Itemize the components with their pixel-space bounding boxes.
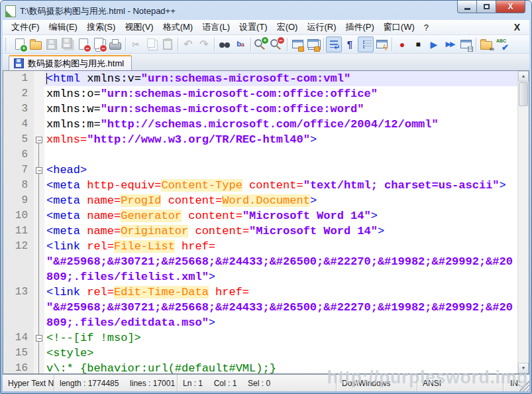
code-text[interactable]: xmlns:w="urn:schemas-microsoft-com:offic…	[44, 101, 517, 117]
macro-record-icon[interactable]: ●	[394, 36, 410, 52]
code-line[interactable]: "&#25968;&#30721;&#25668;&#24433;&#26500…	[3, 300, 517, 315]
show-indent-guide-icon[interactable]	[358, 36, 374, 52]
code-text[interactable]: 809;.files/filelist.xml">	[44, 269, 517, 285]
code-line[interactable]: 6	[3, 147, 517, 163]
open-containing-folder-icon[interactable]: ∞	[478, 36, 494, 52]
sync-horizontal-scroll-icon[interactable]	[305, 36, 321, 52]
vertical-scrollbar[interactable]: ▲ ▼	[517, 71, 529, 373]
code-line[interactable]: 13<link rel=Edit-Time-Data href=	[3, 285, 517, 300]
code-line[interactable]: 11<meta name=Originator content="Microso…	[3, 224, 517, 239]
menu-item-2[interactable]: 搜索(S)	[82, 20, 120, 34]
scroll-down-arrow[interactable]: ▼	[518, 363, 529, 373]
close-button[interactable]: X	[496, 1, 525, 13]
menu-item-10[interactable]: 窗口(W)	[379, 20, 419, 34]
code-text[interactable]: <!--[if !mso]>	[44, 330, 517, 346]
code-text[interactable]: v\:* {behavior:url(#default#VML);}	[44, 361, 517, 374]
code-line[interactable]: 4xmlns:m="http://schemas.microsoft.com/o…	[3, 117, 517, 132]
show-all-characters-icon[interactable]: ¶	[342, 36, 358, 52]
code-line[interactable]: 10<meta name=Generator content="Microsof…	[3, 208, 517, 224]
code-text[interactable]: "&#25968;&#30721;&#25668;&#24433;&#26500…	[44, 300, 517, 315]
open-file-icon[interactable]	[28, 36, 44, 52]
code-text[interactable]: <meta name=Originator content="Microsoft…	[44, 224, 517, 239]
cut-icon[interactable]: ✂	[128, 36, 144, 52]
zoom-out-icon[interactable]: −	[269, 36, 285, 52]
save-icon[interactable]	[44, 36, 60, 52]
code-line[interactable]: 809;.files/editdata.mso">	[3, 315, 517, 330]
code-text[interactable]: <meta name=ProgId content=Word.Document>	[44, 193, 517, 208]
code-view[interactable]: 1<html xmlns:v="urn:schemas-microsoft-co…	[3, 71, 517, 373]
scroll-thumb[interactable]	[519, 82, 528, 106]
code-line[interactable]: "&#25968;&#30721;&#25668;&#24433;&#26500…	[3, 254, 517, 269]
status-insert-mode[interactable]: INS	[504, 375, 519, 391]
menu-item-0[interactable]: 文件(F)	[7, 20, 44, 34]
fold-collapse-marker[interactable]	[34, 330, 44, 346]
minimize-button[interactable]	[457, 1, 477, 13]
code-text[interactable]: 809;.files/editdata.mso">	[44, 315, 517, 330]
spell-check-icon[interactable]: ABC✔	[494, 36, 510, 52]
tab-document[interactable]: 数码摄影构图与用光.html	[9, 55, 132, 70]
code-text[interactable]: <html xmlns:v="urn:schemas-microsoft-com…	[44, 71, 517, 86]
maximize-button[interactable]	[477, 1, 496, 13]
code-text[interactable]: <meta name=Generator content="Microsoft …	[44, 208, 517, 224]
code-line[interactable]: 12<link rel=File-List href=	[3, 239, 517, 254]
code-line[interactable]: 15<style>	[3, 346, 517, 361]
macro-play-icon[interactable]: ▶	[426, 36, 442, 52]
menu-close-document-button[interactable]: X	[509, 22, 525, 33]
copy-icon[interactable]	[144, 36, 160, 52]
user-defined-dialog-icon[interactable]: ϟ	[374, 36, 390, 52]
code-line[interactable]: 8<meta http-equiv=Content-Type content="…	[3, 178, 517, 193]
status-eol-format[interactable]: Dos\Windows	[337, 375, 417, 391]
print-icon[interactable]	[107, 36, 123, 52]
menu-item-1[interactable]: 编辑(E)	[44, 20, 82, 34]
code-text[interactable]: <link rel=Edit-Time-Data href=	[44, 285, 517, 300]
menu-item-3[interactable]: 视图(V)	[120, 20, 158, 34]
title-bar[interactable]: T:\数码摄影构图与用光.html - Notepad++	[3, 1, 529, 20]
find-icon[interactable]	[217, 36, 233, 52]
scroll-up-arrow[interactable]: ▲	[518, 71, 529, 82]
code-text[interactable]: <style>	[44, 346, 517, 361]
resize-grip[interactable]	[519, 375, 529, 391]
code-line[interactable]: 16v\:* {behavior:url(#default#VML);}	[3, 361, 517, 374]
menu-item-9[interactable]: 插件(P)	[341, 20, 378, 34]
code-line[interactable]: 3xmlns:w="urn:schemas-microsoft-com:offi…	[3, 101, 517, 117]
code-line[interactable]: 9<meta name=ProgId content=Word.Document…	[3, 193, 517, 208]
code-line[interactable]: 14<!--[if !mso]>	[3, 330, 517, 346]
code-text[interactable]: <meta http-equiv=Content-Type content="t…	[44, 178, 517, 193]
save-all-icon[interactable]	[60, 36, 76, 52]
undo-icon[interactable]: ↶	[180, 36, 196, 52]
macro-run-multiple-icon[interactable]: ▶▶	[442, 36, 458, 52]
code-line[interactable]: 5xmlns="http://www.w3.org/TR/REC-html40"…	[3, 132, 517, 147]
replace-icon[interactable]: ba	[233, 36, 248, 52]
paste-icon[interactable]	[160, 36, 176, 52]
code-text[interactable]: <link rel=File-List href=	[44, 239, 517, 254]
menu-item-5[interactable]: 语言(L)	[197, 20, 235, 34]
editor-area[interactable]: 1<html xmlns:v="urn:schemas-microsoft-co…	[3, 70, 529, 374]
close-all-files-icon[interactable]: −	[91, 36, 107, 52]
code-line[interactable]: 809;.files/filelist.xml">	[3, 269, 517, 285]
code-text[interactable]: <head>	[44, 163, 517, 178]
code-text[interactable]: "&#25968;&#30721;&#25668;&#24433;&#26500…	[44, 254, 517, 269]
menu-item-6[interactable]: 设置(T)	[235, 20, 272, 34]
code-text[interactable]	[44, 147, 517, 163]
menu-item-4[interactable]: 格式(M)	[158, 20, 198, 34]
code-line[interactable]: 7<head>	[3, 163, 517, 178]
code-text[interactable]: xmlns:m="http://schemas.microsoft.com/of…	[44, 117, 517, 132]
word-wrap-icon[interactable]: ↵	[326, 36, 342, 52]
sync-vertical-scroll-icon[interactable]	[290, 36, 305, 52]
code-line[interactable]: 1<html xmlns:v="urn:schemas-microsoft-co…	[3, 71, 517, 86]
code-text[interactable]: xmlns:o="urn:schemas-microsoft-com:offic…	[44, 86, 517, 101]
close-file-icon[interactable]: −	[76, 36, 91, 52]
zoom-in-icon[interactable]: +	[253, 36, 269, 52]
new-file-icon[interactable]: +	[12, 36, 28, 52]
redo-icon[interactable]: ↷	[196, 36, 212, 52]
code-line[interactable]: 2xmlns:o="urn:schemas-microsoft-com:offi…	[3, 86, 517, 101]
code-text[interactable]: xmlns="http://www.w3.org/TR/REC-html40">	[44, 132, 517, 147]
menu-item-8[interactable]: 运行(R)	[302, 20, 341, 34]
status-encoding[interactable]: ANSI	[417, 375, 504, 391]
fold-collapse-marker[interactable]	[34, 132, 44, 147]
menu-item-7[interactable]: 宏(O)	[272, 20, 303, 34]
macro-stop-icon[interactable]: ■	[410, 36, 426, 52]
fold-collapse-marker[interactable]	[34, 163, 44, 178]
menu-item-11[interactable]: ?	[419, 21, 433, 34]
macro-save-icon[interactable]	[458, 36, 474, 52]
